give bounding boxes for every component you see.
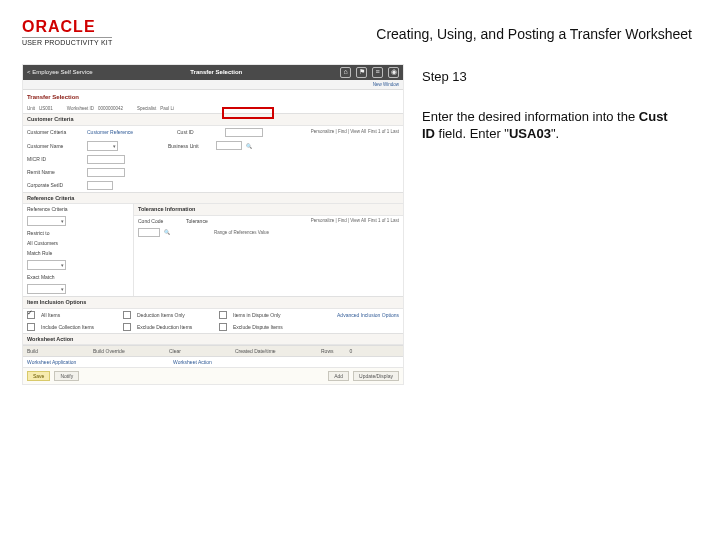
ref-label: Reference Criteria (27, 206, 83, 212)
pager-personalize[interactable]: Personalize | Find | View All (311, 129, 366, 134)
tol-label: Tolerance (186, 218, 230, 224)
col-created: Created Date/time (235, 348, 305, 354)
unit-value: US001 (39, 106, 53, 111)
ws-value: 0000000042 (98, 106, 123, 111)
restrict-value: All Customers (27, 240, 58, 246)
spec-label: Specialist (137, 106, 156, 111)
col-override: Build Override (93, 348, 153, 354)
spec-value: Paul Li (160, 106, 174, 111)
lookup-icon[interactable]: 🔍 (246, 143, 252, 149)
excl-disp-checkbox[interactable] (219, 323, 227, 331)
breadcrumb: Transfer Selection (27, 94, 79, 101)
rows-value: 0 (350, 348, 353, 354)
disp-only-checkbox[interactable] (219, 311, 227, 319)
step-label: Step 13 (422, 68, 698, 86)
cust-id-label: Cust ID (177, 129, 221, 135)
adv-link[interactable]: Advanced Inclusion Options (337, 312, 399, 318)
col-build: Build (27, 348, 77, 354)
ws-act-link[interactable]: Worksheet Action (173, 359, 212, 365)
logo-main: ORACLE (22, 18, 112, 36)
excl-ded-label: Exclude Deduction Items (137, 324, 207, 330)
instr-val: USA03 (509, 126, 551, 141)
save-button[interactable]: Save (27, 371, 50, 381)
instr-post: ". (551, 126, 559, 141)
logo-sub: USER PRODUCTIVITY KIT (22, 37, 112, 46)
cust-name-label: Customer Name (27, 143, 83, 149)
nav-dots-icon[interactable]: ◉ (388, 67, 399, 78)
section-tolerance: Tolerance Information (134, 204, 403, 216)
new-window-link[interactable]: New Window (373, 82, 399, 87)
menu-icon[interactable]: ≡ (372, 67, 383, 78)
instruction-text: Enter the desired information into the C… (422, 108, 682, 143)
all-items-checkbox[interactable] (27, 311, 35, 319)
section-customer-criteria: Customer Criteria (23, 114, 403, 126)
cust-criteria-value[interactable]: Customer Reference (87, 129, 145, 135)
restrict-label: Restrict to (27, 230, 83, 236)
app-screenshot: < Employee Self Service Transfer Selecti… (22, 64, 404, 385)
app-navbar: < Employee Self Service Transfer Selecti… (23, 65, 403, 80)
ws-app-link[interactable]: Worksheet Application (27, 359, 157, 365)
tol-pager-page: First 1 of 1 Last (368, 218, 399, 223)
cust-id-field[interactable] (225, 128, 263, 137)
excl-ded-checkbox[interactable] (123, 323, 131, 331)
match-select[interactable] (27, 260, 66, 270)
notify-button[interactable]: Notify (54, 371, 79, 381)
exact-label: Exact Match (27, 274, 83, 280)
instr-mid: field. Enter " (435, 126, 509, 141)
cust-criteria-label: Customer Criteria (27, 129, 83, 135)
nav-title: Transfer Selection (190, 69, 242, 76)
ws-label: Worksheet ID (67, 106, 94, 111)
rname-field[interactable] (87, 168, 125, 177)
all-items-label: All Items (41, 312, 111, 318)
instr-pre: Enter the desired information into the (422, 109, 639, 124)
disp-only-label: Items in Dispute Only (233, 312, 303, 318)
excl-disp-label: Exclude Dispute Items (233, 324, 283, 330)
coll-label: Include Collection Items (41, 324, 111, 330)
rname-label: Remit Name (27, 169, 83, 175)
bu-field[interactable] (216, 141, 242, 150)
coll-checkbox[interactable] (27, 323, 35, 331)
lookup-icon-2[interactable]: 🔍 (164, 229, 170, 235)
cond-label: Cond Code (138, 218, 182, 224)
highlight-box (222, 107, 274, 119)
col-rows: Rows (321, 348, 334, 354)
section-reference-criteria: Reference Criteria (23, 193, 403, 205)
exact-select[interactable] (27, 284, 66, 294)
bu-label: Business Unit (168, 143, 212, 149)
update-button[interactable]: Update/Display (353, 371, 399, 381)
cust-name-select[interactable] (87, 141, 118, 151)
add-button[interactable]: Add (328, 371, 349, 381)
ded-only-label: Deduction Items Only (137, 312, 207, 318)
oracle-logo: ORACLE USER PRODUCTIVITY KIT (22, 18, 112, 46)
pager-page: First 1 of 1 Last (368, 129, 399, 134)
range-label: Range of References Value (214, 230, 269, 235)
ref-select[interactable] (27, 216, 66, 226)
section-item-inclusion: Item Inclusion Options (23, 297, 403, 309)
col-clear: Clear (169, 348, 219, 354)
flag-icon[interactable]: ⚑ (356, 67, 367, 78)
nav-back[interactable]: < Employee Self Service (27, 69, 93, 76)
mkcrit-field[interactable] (87, 155, 125, 164)
tol-pager-personalize[interactable]: Personalize | Find | View All (311, 218, 366, 223)
cond-field[interactable] (138, 228, 160, 237)
app-subbar: New Window (23, 80, 403, 90)
corp-label: Corporate SetID (27, 182, 83, 188)
mkcrit-label: MICR ID (27, 156, 83, 162)
page-title: Creating, Using, and Posting a Transfer … (376, 26, 692, 42)
ded-only-checkbox[interactable] (123, 311, 131, 319)
home-icon[interactable]: ⌂ (340, 67, 351, 78)
unit-label: Unit (27, 106, 35, 111)
corp-field[interactable] (87, 181, 113, 190)
section-worksheet-action: Worksheet Action (23, 334, 403, 346)
match-label: Match Rule (27, 250, 83, 256)
